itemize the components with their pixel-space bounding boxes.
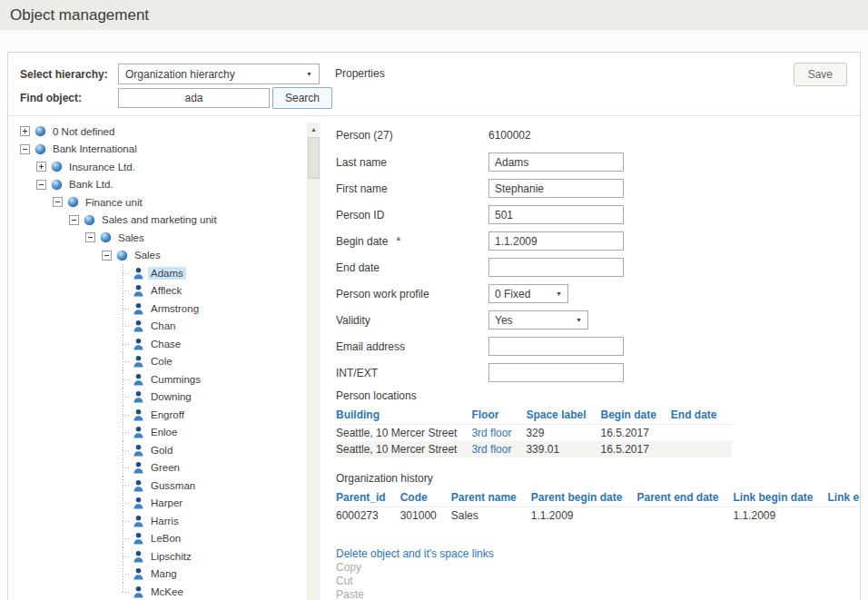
tree-item[interactable]: Gussman <box>20 477 325 495</box>
tree-item[interactable]: McKee <box>20 583 325 600</box>
person-locations-table: BuildingFloorSpace labelBegin dateEnd da… <box>336 407 732 457</box>
table-row[interactable]: 6000273301000Sales1.1.20091.1.2009 <box>336 507 860 525</box>
table-cell <box>671 441 732 457</box>
column-header[interactable]: Parent_id <box>336 489 400 507</box>
tree-connector-line <box>118 318 133 336</box>
org-unit-icon <box>51 161 66 172</box>
tree-item[interactable]: Harris <box>20 512 325 530</box>
collapse-minus-icon[interactable] <box>53 197 67 207</box>
column-header[interactable]: Parent end date <box>636 489 733 507</box>
tree-connector-line <box>118 566 133 584</box>
column-header[interactable]: Link begin date <box>733 489 827 507</box>
column-header[interactable]: Code <box>400 489 451 507</box>
cut-action[interactable]: Cut <box>336 575 847 588</box>
person-id-input[interactable] <box>488 205 624 224</box>
expand-plus-icon[interactable] <box>20 126 35 136</box>
tree-panel: 0 Not definedBank InternationalInsurance… <box>8 116 325 600</box>
column-header[interactable]: Parent name <box>451 489 531 507</box>
person-work-profile-select[interactable]: 0 Fixed▼ <box>488 284 568 303</box>
tree-item[interactable]: Lipschitz <box>20 547 325 566</box>
column-header[interactable]: Link end date <box>828 489 861 507</box>
collapse-minus-icon[interactable] <box>102 251 116 261</box>
search-button[interactable]: Search <box>272 87 332 109</box>
tree-item[interactable]: Cole <box>20 353 325 371</box>
tree-item[interactable]: Downing <box>20 389 325 407</box>
begin-date-input[interactable] <box>488 231 624 251</box>
table-row[interactable]: Seattle, 10 Mercer Street3rd floor339.01… <box>336 441 732 457</box>
tree-item-label: Green <box>148 461 182 474</box>
tree-item[interactable]: Sales and marketing unit <box>20 211 325 230</box>
tree-item-label: Sales <box>132 249 163 261</box>
field-row-last-name: Last name <box>336 152 847 172</box>
table-cell: 16.5.2017 <box>600 425 670 442</box>
email-address-input[interactable] <box>488 337 624 356</box>
save-button[interactable]: Save <box>794 63 847 86</box>
column-header[interactable]: Parent begin date <box>531 489 637 507</box>
paste-action[interactable]: Paste <box>336 588 847 600</box>
field-label: Last name <box>336 156 488 169</box>
int-ext-input[interactable] <box>488 363 624 382</box>
column-header[interactable]: Floor <box>471 407 526 425</box>
tree-item[interactable]: Sales <box>20 229 325 247</box>
tree-item[interactable]: Affleck <box>20 282 325 300</box>
tree-item[interactable]: Bank International <box>20 141 325 159</box>
floor-link[interactable]: 3rd floor <box>471 443 511 456</box>
hierarchy-select[interactable]: Organization hierarchy ▼ <box>118 64 320 84</box>
tree-item[interactable]: Cummings <box>20 370 325 389</box>
tree-item[interactable]: Sales <box>20 247 325 265</box>
table-cell: Seattle, 10 Mercer Street <box>336 425 471 442</box>
properties-panel: Person (27) 6100002 Last nameFirst nameP… <box>325 116 860 600</box>
first-name-input[interactable] <box>488 179 624 198</box>
tree-connector-line <box>118 459 133 477</box>
tree-connector-line <box>118 389 133 407</box>
table-cell: Sales <box>451 507 531 525</box>
tree-item[interactable]: Armstrong <box>20 300 325 318</box>
person-icon <box>133 461 148 474</box>
tree-item-label: McKee <box>148 585 186 598</box>
field-row-person-id: Person ID <box>336 205 847 224</box>
validity-select[interactable]: Yes▼ <box>488 310 588 330</box>
tree-item[interactable]: Green <box>20 459 325 477</box>
tree-item[interactable]: LeBon <box>20 530 325 548</box>
tree-item[interactable]: Harper <box>20 495 325 513</box>
tree-item[interactable]: 0 Not defined <box>20 123 325 141</box>
table-cell: 1.1.2009 <box>733 507 827 525</box>
tree-item-label: Insurance Ltd. <box>66 161 138 173</box>
column-header[interactable]: Begin date <box>600 407 670 425</box>
collapse-minus-icon[interactable] <box>20 144 35 154</box>
copy-action[interactable]: Copy <box>336 561 847 575</box>
field-row-first-name: First name <box>336 179 847 198</box>
column-header[interactable]: Space label <box>526 407 600 425</box>
tree-item[interactable]: Enloe <box>20 424 325 442</box>
collapse-minus-icon[interactable] <box>85 232 100 242</box>
table-row[interactable]: Seattle, 10 Mercer Street3rd floor32916.… <box>336 425 732 442</box>
tree-scrollbar[interactable]: ▲ <box>307 123 321 600</box>
tree-item[interactable]: Bank Ltd. <box>20 176 325 194</box>
collapse-minus-icon[interactable] <box>69 215 84 225</box>
floor-link[interactable]: 3rd floor <box>471 427 511 439</box>
collapse-minus-icon[interactable] <box>36 180 51 190</box>
last-name-input[interactable] <box>488 152 624 172</box>
required-asterisk: * <box>396 235 400 248</box>
column-header[interactable]: Building <box>336 407 471 425</box>
properties-title: Properties <box>335 67 385 80</box>
tree-item[interactable]: Adams <box>20 264 325 282</box>
field-label: Validity <box>336 314 488 327</box>
end-date-input[interactable] <box>488 258 624 277</box>
tree-item[interactable]: Engroff <box>20 406 325 424</box>
delete-object-link[interactable]: Delete object and it's space links <box>336 547 847 561</box>
field-label: Person ID <box>336 209 488 221</box>
person-icon <box>133 338 148 350</box>
find-object-input[interactable] <box>118 88 270 108</box>
tree-item[interactable]: Mang <box>20 566 325 584</box>
column-header[interactable]: End date <box>671 407 732 425</box>
scrollbar-thumb[interactable] <box>308 137 320 179</box>
tree-item[interactable]: Finance unit <box>20 193 325 211</box>
expand-plus-icon[interactable] <box>36 162 51 172</box>
tree-item[interactable]: Chan <box>20 318 325 336</box>
scroll-up-button[interactable]: ▲ <box>307 123 321 136</box>
tree-item[interactable]: Chase <box>20 335 325 353</box>
tree-connector-line <box>118 282 133 300</box>
tree-item[interactable]: Insurance Ltd. <box>20 158 325 176</box>
tree-item[interactable]: Gold <box>20 441 325 459</box>
